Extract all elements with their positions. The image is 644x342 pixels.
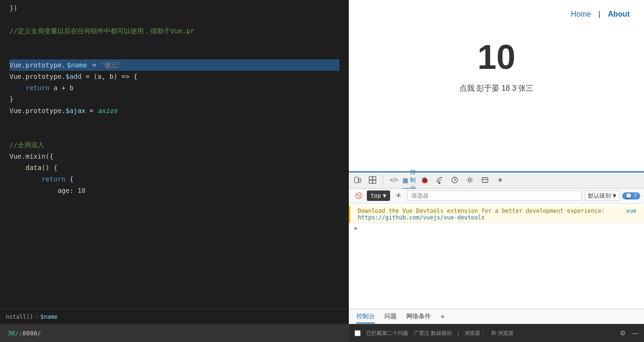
minimize-btn[interactable]: — bbox=[632, 329, 638, 337]
devtools-more-icon[interactable]: + bbox=[494, 173, 507, 187]
code-line: return a + b bbox=[9, 82, 339, 94]
code-token: { bbox=[65, 174, 74, 184]
warning-text: Download the Vue Devtools extension for … bbox=[358, 208, 605, 214]
console-clear-btn[interactable]: 🚫 bbox=[353, 190, 364, 201]
settings-gear-btn[interactable]: ⚙ bbox=[620, 329, 626, 337]
code-line: return { bbox=[9, 173, 339, 185]
code-token: age: bbox=[9, 185, 77, 196]
code-token: } bbox=[9, 94, 13, 104]
code-comment: //全局混入 bbox=[9, 140, 44, 150]
tab-console[interactable]: 控制台 bbox=[356, 310, 375, 323]
console-expand-triangle[interactable]: ▶ bbox=[349, 223, 644, 233]
code-token bbox=[9, 162, 26, 173]
code-token: return bbox=[41, 174, 65, 184]
code-line: Vue.mixin({ bbox=[9, 151, 339, 162]
svg-rect-2 bbox=[369, 177, 373, 180]
preview-nav: Home | About bbox=[349, 0, 644, 23]
code-token: Vue.prototype. bbox=[9, 71, 65, 82]
speech-bubble-icon: 💬 bbox=[625, 193, 632, 199]
intercept-label: 已拦截第二个问题 bbox=[366, 330, 408, 337]
vue-link-label: vue bbox=[626, 208, 636, 214]
code-token: Vue.prototype. bbox=[9, 105, 65, 116]
code-token: $add bbox=[65, 71, 82, 82]
nav-separator: | bbox=[598, 10, 600, 18]
devtools-sources-icon[interactable]: 🐞 bbox=[418, 173, 431, 187]
code-token: $ajax bbox=[65, 105, 85, 116]
code-token: axios bbox=[97, 105, 117, 116]
code-line: //全局混入 bbox=[9, 139, 339, 151]
code-token bbox=[9, 174, 41, 184]
breadcrumb-right: $name bbox=[40, 314, 57, 320]
preview-text: 点我 彭于晏 18 3 张三 bbox=[349, 81, 644, 96]
code-line: }) bbox=[9, 2, 339, 14]
svg-rect-9 bbox=[482, 178, 488, 182]
console-message-badge: 💬 7 bbox=[622, 192, 640, 200]
address-bar: 30/ :8080/ bbox=[0, 324, 349, 342]
console-filter-input[interactable] bbox=[407, 190, 582, 201]
about-link[interactable]: About bbox=[608, 10, 630, 18]
addr-link[interactable]: 30/ bbox=[8, 330, 19, 337]
devtools-performance-icon[interactable] bbox=[448, 173, 461, 187]
code-line bbox=[9, 116, 339, 128]
devtools-status-bar: 已拦截第二个问题 广里注 默叔级别 | 浏览器： 和 浏览器 ⚙ — bbox=[349, 324, 644, 342]
code-content: }) //定义全局变量以后在任何组件中都可以使用，借助于Vue.pr Vue.p… bbox=[0, 0, 349, 196]
context-label: top bbox=[371, 192, 381, 199]
svg-rect-1 bbox=[359, 179, 361, 182]
devtools-console-tab[interactable]: ▦ 控制台 bbox=[402, 172, 416, 189]
console-context-select[interactable]: top ▼ bbox=[367, 190, 390, 201]
preview-number: 10 bbox=[349, 23, 644, 81]
code-token: Vue.mixin({ bbox=[9, 151, 54, 162]
devtools-device-icon[interactable] bbox=[351, 173, 364, 187]
code-token: 18 bbox=[77, 185, 85, 196]
code-line-highlighted: Vue.prototype.$name = '张三' bbox=[9, 59, 339, 71]
svg-rect-4 bbox=[369, 180, 373, 183]
right-section: Home | About 10 点我 彭于晏 18 3 张三 </> bbox=[349, 0, 644, 342]
tab-add-btn[interactable]: + bbox=[440, 313, 445, 321]
chevron-down-icon: ▼ bbox=[613, 192, 616, 199]
status-item-1: 广里注 默叔级别 bbox=[414, 330, 452, 337]
console-toolbar: 🚫 top ▼ 👁 默认级别 ▼ 💬 7 bbox=[349, 189, 644, 204]
tab-network-conditions[interactable]: 网络条件 bbox=[406, 310, 431, 323]
home-link[interactable]: Home bbox=[571, 10, 591, 18]
code-token: a + b bbox=[49, 83, 74, 93]
level-label: 默认级别 bbox=[588, 192, 611, 200]
intercept-checkbox[interactable] bbox=[355, 330, 361, 336]
code-token-selected: $name bbox=[65, 59, 88, 71]
svg-rect-3 bbox=[373, 177, 376, 180]
code-token: = bbox=[85, 105, 97, 116]
chevron-down-icon: ▼ bbox=[383, 192, 386, 199]
bottom-tabs-bar: 控制台 问题 网络条件 + bbox=[349, 309, 644, 324]
code-comment: //定义全局变量以后在任何组件中都可以使用，借助于Vue.pr bbox=[9, 26, 194, 36]
svg-rect-5 bbox=[373, 180, 376, 183]
code-token: = bbox=[88, 60, 100, 70]
devtools-layers-icon[interactable] bbox=[478, 173, 492, 187]
devtools-elements-icon[interactable]: </> bbox=[387, 173, 401, 187]
code-token: data bbox=[26, 162, 42, 173]
code-line: } bbox=[9, 94, 339, 105]
devtools-toolbar: </> ▦ 控制台 🐞 + bbox=[349, 171, 644, 189]
devtools-network-icon[interactable] bbox=[433, 173, 446, 187]
code-line: age: 18 bbox=[9, 185, 339, 196]
addr-full: :8080/ bbox=[19, 330, 41, 337]
code-editor: }) //定义全局变量以后在任何组件中都可以使用，借助于Vue.pr Vue.p… bbox=[0, 0, 349, 342]
code-token bbox=[9, 83, 26, 93]
code-token: () { bbox=[41, 162, 57, 173]
code-line: Vue.prototype.$add = (a, b) => { bbox=[9, 71, 339, 82]
svg-rect-0 bbox=[355, 177, 358, 183]
status-item-2: 浏览器： bbox=[465, 330, 485, 337]
svg-point-8 bbox=[469, 179, 471, 181]
console-eye-btn[interactable]: 👁 bbox=[393, 190, 404, 201]
code-line bbox=[9, 14, 339, 25]
breadcrumb-left: nstall() bbox=[6, 314, 33, 320]
badge-count: 7 bbox=[634, 193, 637, 199]
code-breadcrumb-bar: nstall() › $name bbox=[0, 309, 349, 324]
devtools-settings-icon[interactable] bbox=[463, 173, 476, 187]
devtools-inspect-icon[interactable] bbox=[366, 173, 379, 187]
console-level-dropdown[interactable]: 默认级别 ▼ bbox=[585, 190, 619, 201]
code-token: '张三' bbox=[100, 60, 121, 70]
code-line bbox=[9, 37, 339, 48]
devtools-url[interactable]: https://github.com/vuejs/vue-devtools bbox=[358, 214, 485, 221]
tab-issues[interactable]: 问题 bbox=[384, 310, 397, 323]
code-token: return bbox=[26, 83, 50, 93]
toolbar-separator bbox=[383, 175, 383, 185]
